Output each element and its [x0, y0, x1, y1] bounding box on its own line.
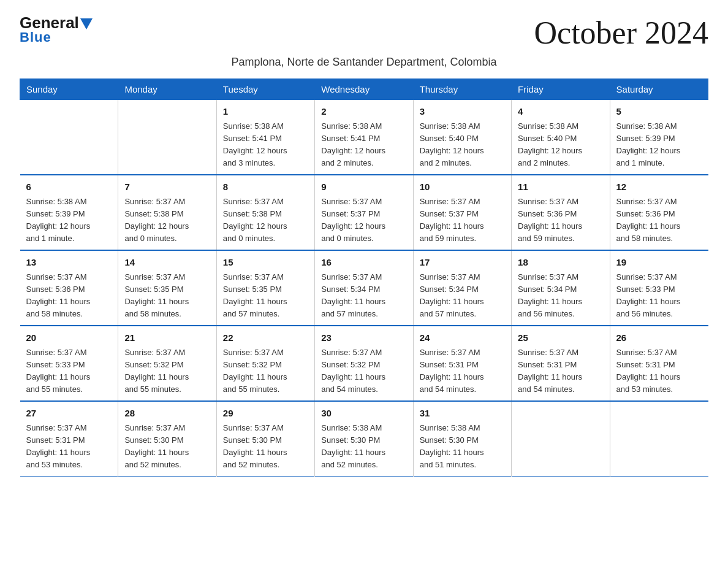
calendar-cell: 28Sunrise: 5:37 AM Sunset: 5:30 PM Dayli…	[118, 401, 216, 477]
subtitle: Pamplona, Norte de Santander Department,…	[20, 56, 708, 69]
day-info: Sunrise: 5:38 AM Sunset: 5:39 PM Dayligh…	[616, 120, 702, 170]
calendar-cell: 13Sunrise: 5:37 AM Sunset: 5:36 PM Dayli…	[20, 250, 118, 326]
day-number: 15	[223, 256, 308, 270]
day-number: 11	[518, 180, 603, 194]
day-number: 21	[124, 331, 210, 345]
day-info: Sunrise: 5:37 AM Sunset: 5:38 PM Dayligh…	[223, 196, 308, 245]
calendar-cell: 5Sunrise: 5:38 AM Sunset: 5:39 PM Daylig…	[610, 100, 708, 175]
day-info: Sunrise: 5:37 AM Sunset: 5:31 PM Dayligh…	[420, 347, 505, 396]
calendar-cell	[512, 401, 610, 477]
day-info: Sunrise: 5:37 AM Sunset: 5:32 PM Dayligh…	[223, 347, 308, 396]
header-row: Sunday Monday Tuesday Wednesday Thursday…	[20, 79, 708, 100]
day-number: 27	[26, 407, 112, 421]
day-number: 24	[420, 331, 505, 345]
day-info: Sunrise: 5:37 AM Sunset: 5:34 PM Dayligh…	[321, 271, 406, 321]
day-number: 8	[223, 180, 308, 194]
calendar-cell: 7Sunrise: 5:37 AM Sunset: 5:38 PM Daylig…	[118, 175, 216, 250]
week-row-5: 27Sunrise: 5:37 AM Sunset: 5:31 PM Dayli…	[20, 401, 708, 477]
calendar-cell: 9Sunrise: 5:37 AM Sunset: 5:37 PM Daylig…	[315, 175, 413, 250]
day-number: 23	[321, 331, 406, 345]
day-number: 12	[616, 180, 702, 194]
calendar-body: 1Sunrise: 5:38 AM Sunset: 5:41 PM Daylig…	[20, 100, 708, 477]
day-info: Sunrise: 5:37 AM Sunset: 5:32 PM Dayligh…	[124, 347, 210, 396]
calendar-cell	[118, 100, 216, 175]
day-number: 19	[616, 256, 702, 270]
day-info: Sunrise: 5:37 AM Sunset: 5:32 PM Dayligh…	[321, 347, 406, 396]
day-number: 1	[223, 105, 308, 119]
day-number: 22	[223, 331, 308, 345]
day-number: 14	[124, 256, 210, 270]
col-thursday: Thursday	[413, 79, 511, 100]
calendar-cell: 22Sunrise: 5:37 AM Sunset: 5:32 PM Dayli…	[216, 326, 314, 401]
day-number: 16	[321, 256, 406, 270]
logo: General Blue	[20, 15, 93, 45]
day-number: 4	[518, 105, 603, 119]
calendar-cell: 23Sunrise: 5:37 AM Sunset: 5:32 PM Dayli…	[315, 326, 413, 401]
day-info: Sunrise: 5:37 AM Sunset: 5:30 PM Dayligh…	[223, 422, 308, 472]
calendar-cell: 15Sunrise: 5:37 AM Sunset: 5:35 PM Dayli…	[216, 250, 314, 326]
day-info: Sunrise: 5:37 AM Sunset: 5:35 PM Dayligh…	[223, 271, 308, 321]
calendar-cell: 18Sunrise: 5:37 AM Sunset: 5:34 PM Dayli…	[512, 250, 610, 326]
col-tuesday: Tuesday	[216, 79, 314, 100]
week-row-4: 20Sunrise: 5:37 AM Sunset: 5:33 PM Dayli…	[20, 326, 708, 401]
day-info: Sunrise: 5:37 AM Sunset: 5:33 PM Dayligh…	[26, 347, 112, 396]
day-info: Sunrise: 5:38 AM Sunset: 5:41 PM Dayligh…	[223, 120, 308, 170]
calendar-cell: 10Sunrise: 5:37 AM Sunset: 5:37 PM Dayli…	[413, 175, 511, 250]
calendar-cell: 14Sunrise: 5:37 AM Sunset: 5:35 PM Dayli…	[118, 250, 216, 326]
calendar-cell: 8Sunrise: 5:37 AM Sunset: 5:38 PM Daylig…	[216, 175, 314, 250]
day-number: 9	[321, 180, 406, 194]
day-number: 3	[420, 105, 505, 119]
day-info: Sunrise: 5:38 AM Sunset: 5:30 PM Dayligh…	[321, 422, 406, 472]
day-info: Sunrise: 5:37 AM Sunset: 5:36 PM Dayligh…	[26, 271, 112, 321]
calendar-header: Sunday Monday Tuesday Wednesday Thursday…	[20, 79, 708, 100]
day-info: Sunrise: 5:37 AM Sunset: 5:33 PM Dayligh…	[616, 271, 702, 321]
week-row-2: 6Sunrise: 5:38 AM Sunset: 5:39 PM Daylig…	[20, 175, 708, 250]
col-friday: Friday	[512, 79, 610, 100]
calendar-cell: 25Sunrise: 5:37 AM Sunset: 5:31 PM Dayli…	[512, 326, 610, 401]
calendar-cell: 26Sunrise: 5:37 AM Sunset: 5:31 PM Dayli…	[610, 326, 708, 401]
day-info: Sunrise: 5:37 AM Sunset: 5:36 PM Dayligh…	[616, 196, 702, 245]
calendar-cell: 31Sunrise: 5:38 AM Sunset: 5:30 PM Dayli…	[413, 401, 511, 477]
day-number: 5	[616, 105, 702, 119]
col-wednesday: Wednesday	[315, 79, 413, 100]
col-monday: Monday	[118, 79, 216, 100]
day-number: 10	[420, 180, 505, 194]
day-number: 25	[518, 331, 603, 345]
calendar-cell: 30Sunrise: 5:38 AM Sunset: 5:30 PM Dayli…	[315, 401, 413, 477]
calendar-cell: 2Sunrise: 5:38 AM Sunset: 5:41 PM Daylig…	[315, 100, 413, 175]
calendar-cell: 16Sunrise: 5:37 AM Sunset: 5:34 PM Dayli…	[315, 250, 413, 326]
month-title: October 2024	[534, 15, 708, 51]
day-number: 29	[223, 407, 308, 421]
calendar-cell: 21Sunrise: 5:37 AM Sunset: 5:32 PM Dayli…	[118, 326, 216, 401]
logo-triangle-icon	[80, 18, 93, 29]
day-number: 17	[420, 256, 505, 270]
day-info: Sunrise: 5:38 AM Sunset: 5:40 PM Dayligh…	[518, 120, 603, 170]
day-number: 28	[124, 407, 210, 421]
calendar-cell: 27Sunrise: 5:37 AM Sunset: 5:31 PM Dayli…	[20, 401, 118, 477]
calendar-cell: 12Sunrise: 5:37 AM Sunset: 5:36 PM Dayli…	[610, 175, 708, 250]
calendar-table: Sunday Monday Tuesday Wednesday Thursday…	[20, 79, 708, 477]
day-info: Sunrise: 5:38 AM Sunset: 5:41 PM Dayligh…	[321, 120, 406, 170]
col-saturday: Saturday	[610, 79, 708, 100]
day-info: Sunrise: 5:37 AM Sunset: 5:35 PM Dayligh…	[124, 271, 210, 321]
logo-text: General	[20, 15, 93, 31]
calendar-cell: 19Sunrise: 5:37 AM Sunset: 5:33 PM Dayli…	[610, 250, 708, 326]
day-info: Sunrise: 5:37 AM Sunset: 5:30 PM Dayligh…	[124, 422, 210, 472]
day-info: Sunrise: 5:38 AM Sunset: 5:30 PM Dayligh…	[420, 422, 505, 472]
calendar-cell: 17Sunrise: 5:37 AM Sunset: 5:34 PM Dayli…	[413, 250, 511, 326]
day-number: 26	[616, 331, 702, 345]
calendar-cell: 6Sunrise: 5:38 AM Sunset: 5:39 PM Daylig…	[20, 175, 118, 250]
svg-marker-0	[80, 18, 93, 29]
calendar-cell: 1Sunrise: 5:38 AM Sunset: 5:41 PM Daylig…	[216, 100, 314, 175]
day-info: Sunrise: 5:37 AM Sunset: 5:31 PM Dayligh…	[616, 347, 702, 396]
col-sunday: Sunday	[20, 79, 118, 100]
day-info: Sunrise: 5:37 AM Sunset: 5:31 PM Dayligh…	[26, 422, 112, 472]
week-row-3: 13Sunrise: 5:37 AM Sunset: 5:36 PM Dayli…	[20, 250, 708, 326]
page-header: General Blue October 2024	[20, 15, 708, 51]
day-info: Sunrise: 5:37 AM Sunset: 5:31 PM Dayligh…	[518, 347, 603, 396]
calendar-cell: 20Sunrise: 5:37 AM Sunset: 5:33 PM Dayli…	[20, 326, 118, 401]
calendar-cell	[610, 401, 708, 477]
day-info: Sunrise: 5:38 AM Sunset: 5:39 PM Dayligh…	[26, 196, 112, 245]
day-info: Sunrise: 5:37 AM Sunset: 5:37 PM Dayligh…	[321, 196, 406, 245]
calendar-cell: 3Sunrise: 5:38 AM Sunset: 5:40 PM Daylig…	[413, 100, 511, 175]
